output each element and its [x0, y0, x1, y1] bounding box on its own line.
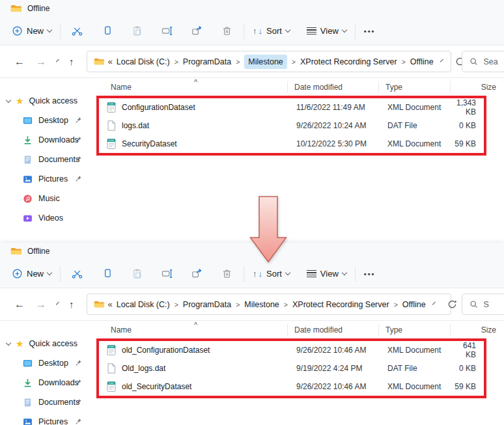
- view-button[interactable]: View: [307, 26, 346, 36]
- column-header-type[interactable]: Type: [378, 81, 450, 93]
- window-title: Offline: [27, 4, 49, 13]
- share-button[interactable]: [189, 266, 205, 282]
- new-button[interactable]: New: [12, 25, 51, 36]
- sort-button[interactable]: ↑↓ Sort: [253, 269, 290, 279]
- forward-button[interactable]: →: [36, 299, 46, 310]
- paste-button[interactable]: [129, 266, 145, 282]
- file-name: old_SecurityDataset: [122, 382, 191, 391]
- sidebar-item-music[interactable]: Music: [0, 189, 96, 208]
- collapsed-crumbs-icon[interactable]: «: [108, 299, 113, 309]
- sidebar-item-downloads[interactable]: Downloads: [0, 373, 96, 392]
- explorer-window-after: Offline New ↑↓ Sort View •••: [0, 243, 504, 425]
- column-header-size[interactable]: Size: [450, 81, 504, 93]
- sidebar-item-downloads[interactable]: Downloads: [0, 130, 96, 150]
- plus-circle-icon: [12, 25, 23, 36]
- desktop-icon: [23, 116, 33, 126]
- breadcrumb-segment[interactable]: Local Disk (C:): [117, 57, 170, 66]
- back-button[interactable]: ←: [14, 299, 25, 310]
- file-row[interactable]: old_SecurityDataset 9/26/2022 10:46 AM X…: [99, 377, 484, 396]
- collapsed-crumbs-icon[interactable]: «: [108, 57, 113, 66]
- sort-button-label: Sort: [266, 269, 282, 279]
- breadcrumb[interactable]: « Local Disk (C:) > ProgramData > Milest…: [87, 51, 451, 72]
- column-header-date-modified[interactable]: Date modified: [287, 81, 378, 93]
- more-options-button[interactable]: •••: [364, 270, 376, 278]
- breadcrumb-segment[interactable]: ProgramData: [183, 57, 231, 66]
- copy-button[interactable]: [99, 266, 115, 282]
- sidebar-item-pictures[interactable]: Pictures: [0, 412, 96, 425]
- recent-locations-chevron-icon[interactable]: [56, 59, 59, 62]
- breadcrumb-segment[interactable]: Offline: [402, 300, 426, 309]
- search-text: Sea: [484, 57, 498, 66]
- column-header-name[interactable]: Name ^: [96, 83, 287, 92]
- forward-button[interactable]: →: [36, 56, 46, 68]
- up-button[interactable]: ↑: [69, 56, 74, 67]
- sidebar-item-label: Desktop: [38, 359, 68, 368]
- up-button[interactable]: ↑: [69, 299, 74, 310]
- view-button[interactable]: View: [307, 269, 346, 279]
- file-date: 9/26/2022 10:46 AM: [290, 346, 381, 355]
- sort-ascending-icon: ^: [194, 321, 197, 329]
- file-type: XML Document: [381, 382, 453, 391]
- search-input[interactable]: S: [462, 294, 504, 315]
- sidebar-item-quick-access[interactable]: ★ Quick access: [0, 91, 96, 111]
- file-row[interactable]: Old_logs.dat 9/19/2022 4:24 PM DAT File …: [99, 359, 484, 377]
- cut-button[interactable]: [69, 23, 85, 39]
- xml-file-icon: [107, 139, 117, 149]
- pin-icon: [75, 398, 82, 405]
- cut-button[interactable]: [69, 266, 85, 282]
- breadcrumb-segment[interactable]: XProtect Recording Server: [300, 57, 397, 66]
- copy-button[interactable]: [99, 23, 115, 39]
- sidebar-item-documents[interactable]: Documents: [0, 150, 96, 169]
- column-header-name[interactable]: Name ^: [96, 325, 287, 335]
- file-row[interactable]: old_ConfigurationDataset 9/26/2022 10:46…: [99, 341, 484, 359]
- rename-button[interactable]: [159, 23, 175, 39]
- search-icon: [469, 300, 478, 308]
- address-dropdown-chevron-icon[interactable]: [440, 59, 443, 62]
- file-date: 9/26/2022 10:46 AM: [290, 382, 381, 391]
- file-type: DAT File: [381, 364, 453, 373]
- red-highlight-box: ConfigurationDataset 11/6/2022 11:49 AM …: [96, 96, 486, 156]
- pin-icon: [75, 418, 82, 425]
- sidebar-item-desktop[interactable]: Desktop: [0, 111, 96, 130]
- breadcrumb-separator: >: [236, 58, 240, 66]
- breadcrumb-segment[interactable]: Local Disk (C:): [117, 300, 170, 309]
- breadcrumb-segment-highlighted[interactable]: Milestone: [244, 55, 287, 69]
- sidebar-item-pictures[interactable]: Pictures: [0, 169, 96, 189]
- file-row[interactable]: ConfigurationDataset 11/6/2022 11:49 AM …: [99, 98, 484, 117]
- file-row[interactable]: logs.dat 9/26/2022 10:24 AM DAT File 0 K…: [99, 117, 484, 135]
- file-type: XML Document: [381, 346, 453, 355]
- search-input[interactable]: Sea: [462, 51, 504, 72]
- breadcrumb-segment[interactable]: Offline: [410, 57, 434, 66]
- sort-button[interactable]: ↑↓ Sort: [253, 26, 290, 36]
- column-header-type[interactable]: Type: [378, 324, 450, 336]
- sidebar-item-label: Videos: [38, 213, 63, 223]
- sidebar-item-documents[interactable]: Documents: [0, 392, 96, 412]
- refresh-icon[interactable]: [447, 299, 457, 309]
- delete-button[interactable]: [219, 266, 235, 282]
- sort-ascending-icon: ^: [194, 78, 197, 86]
- downloads-icon: [23, 135, 33, 145]
- file-row[interactable]: SecurityDataset 10/12/2022 5:30 PM XML D…: [99, 135, 484, 153]
- more-options-button[interactable]: •••: [364, 27, 376, 35]
- plus-circle-icon: [12, 268, 23, 279]
- column-header-date-modified[interactable]: Date modified: [287, 324, 378, 336]
- share-button[interactable]: [189, 23, 205, 39]
- breadcrumb[interactable]: « Local Disk (C:) > ProgramData > Milest…: [87, 294, 451, 315]
- sidebar-item-quick-access[interactable]: ★ Quick access: [0, 334, 96, 353]
- sidebar-item-desktop[interactable]: Desktop: [0, 353, 96, 373]
- recent-locations-chevron-icon[interactable]: [56, 301, 59, 305]
- view-list-icon: [307, 27, 316, 34]
- pin-icon: [75, 156, 82, 163]
- paste-button[interactable]: [129, 23, 145, 39]
- breadcrumb-segment[interactable]: XProtect Recording Server: [292, 300, 389, 309]
- breadcrumb-segment[interactable]: Milestone: [244, 300, 279, 309]
- delete-button[interactable]: [219, 23, 235, 39]
- new-button[interactable]: New: [12, 268, 51, 279]
- new-button-label: New: [27, 26, 44, 36]
- back-button[interactable]: ←: [14, 56, 25, 68]
- sidebar-item-videos[interactable]: Videos: [0, 208, 96, 228]
- column-header-size[interactable]: Size: [450, 324, 504, 336]
- rename-button[interactable]: [159, 266, 175, 282]
- address-dropdown-chevron-icon[interactable]: [432, 301, 436, 305]
- breadcrumb-segment[interactable]: ProgramData: [183, 300, 231, 309]
